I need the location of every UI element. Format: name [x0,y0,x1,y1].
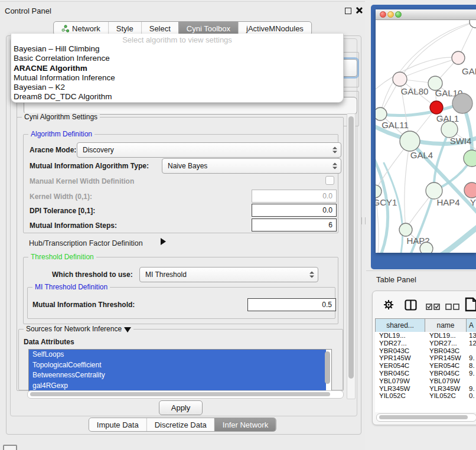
list-scroll-thumb[interactable] [325,351,330,384]
dropdown-item-aracne-algorithm[interactable]: ARACNE Algorithm [11,64,343,73]
attribute-item-betweennesscentrality[interactable]: BetweennessCentrality [29,370,326,381]
kernel-width-field[interactable]: 0.0 [252,190,337,203]
table-panel: shared...nameA YDL19...YDL19...13YDR27..… [372,291,476,425]
tab-cyni-toolbox[interactable]: Cyni Toolbox [178,22,238,35]
bottom-tabbar: Impute DataDiscretize DataInfer Network [89,418,276,432]
tab-discretize-data[interactable]: Discretize Data [146,418,214,431]
which-threshold-combo[interactable]: MI Threshold [139,267,318,282]
minimize-traffic-light-icon[interactable] [387,11,394,18]
network-node-label: Y [470,197,476,207]
tab-label: Network [72,24,100,33]
network-window-titlebar[interactable] [376,9,476,20]
table-cell: YIL052C [375,392,425,399]
table-rows: YDL19...YDL19...13YDR27...YDR27...12YBR0… [375,332,476,399]
combo-spinner-icon [332,147,337,154]
dropdown-item-mutual-information-inference[interactable]: Mutual Information Inference [11,73,343,83]
network-node[interactable] [470,20,476,28]
network-node-gal[interactable] [452,51,465,64]
network-node-label: GAL4 [410,150,433,160]
tab-label: Discretize Data [155,420,207,429]
group-title: Threshold Definition [28,253,96,261]
collapse-arrow-icon[interactable] [124,327,131,332]
column-header-name[interactable]: name [425,319,467,332]
table-horizontal-scrollbar[interactable] [376,413,476,422]
tab-impute-data[interactable]: Impute Data [89,418,146,431]
close-traffic-light-icon[interactable] [380,11,386,18]
table-cell: YER054C [375,362,425,370]
table-cell: YIL052C [425,392,467,399]
group-title: Algorithm Definition [28,130,94,138]
network-node-gal80[interactable] [393,72,407,86]
dropdown-item-basic-correlation-inference[interactable]: Basic Correlation Inference [11,54,343,63]
table-row[interactable]: YBL079WYBL079W [375,377,476,385]
table-row[interactable]: YIL052CYIL052C0. [375,392,476,399]
network-node-hap2[interactable] [399,223,412,236]
aracne-mode-combo[interactable]: Discovery [77,142,341,158]
dropdown-item-dream8-dc-tdc-algorithm[interactable]: Dream8 DC_TDC Algorithm [11,92,343,102]
table-hscroll-thumb[interactable] [379,415,468,419]
column-header-a[interactable]: A [467,319,476,332]
table-cell: YDL19... [425,332,467,340]
zoom-traffic-light-icon[interactable] [395,11,402,18]
network-node-y[interactable] [464,182,476,198]
tab-style[interactable]: Style [108,22,141,35]
table-row[interactable]: YLR345WYLR345W9. [375,385,476,393]
hide-columns-icon[interactable] [445,302,461,312]
new-table-icon[interactable] [465,297,476,314]
network-node-swi4[interactable] [441,121,458,138]
show-checked-columns-icon[interactable] [426,302,441,312]
group-title: MI Threshold Definition [32,283,110,291]
dropdown-item-bayesian-hill-climbing[interactable]: Bayesian – Hill Climbing [11,44,343,54]
table-cell: YBR045C [375,370,425,377]
table-row[interactable]: YBR043CYBR043C [375,347,476,355]
network-node-gcy1[interactable] [376,185,382,198]
settings-vertical-scrollbar[interactable] [347,113,356,399]
panel-splitter[interactable] [361,217,366,224]
expand-arrow-icon[interactable] [161,238,166,245]
network-node[interactable] [464,150,476,167]
gear-icon[interactable] [383,299,394,312]
tab-infer-network[interactable]: Infer Network [214,418,276,431]
settings-hscroll-thumb[interactable] [30,392,330,396]
settings-horizontal-scrollbar[interactable] [27,390,344,399]
network-node-gal1[interactable] [430,101,443,114]
mi-threshold-label: Mutual Information Threshold: [32,301,135,309]
network-node-gal4[interactable] [400,131,420,151]
network-node-gal11[interactable] [376,107,387,120]
attribute-item-gal4rgexp[interactable]: gal4RGexp [29,381,326,392]
data-attributes-items: SelfLoopsTopologicalCoefficientBetweenne… [29,350,331,391]
collapsed-panel-icon[interactable] [3,445,17,450]
mi-steps-field[interactable]: 6 [252,219,337,231]
network-node[interactable] [452,93,472,113]
dpi-tolerance-field[interactable]: 0.0 [252,204,337,217]
panel-top-divider [0,1,365,2]
tab-network[interactable]: Network [54,22,108,35]
settings-scroll-thumb[interactable] [348,116,354,379]
group-title: Sources for Network Inference [24,325,133,333]
tab-select[interactable]: Select [141,22,178,35]
tab-label: Infer Network [223,420,268,429]
tab-jactivemnodules[interactable]: jActiveMNodules [238,22,311,35]
combo-value: MI Threshold [145,270,187,279]
table-row[interactable]: YBR045CYBR045C9. [375,370,476,377]
table-row[interactable]: YPR145WYPR145W9. [375,354,476,362]
column-header-shared[interactable]: shared... [375,319,425,332]
attribute-item-selfloops[interactable]: SelfLoops [29,350,326,360]
split-columns-icon[interactable] [405,299,417,313]
network-canvas[interactable]: GALGAL80GAL10GAL1GAL11SWI4GAL4GCY1HAP4YH… [376,20,476,253]
network-node-hap4[interactable] [426,182,442,199]
attribute-item-topologicalcoefficient[interactable]: TopologicalCoefficient [29,360,326,371]
network-node-label: HAP4 [436,197,459,207]
table-row[interactable]: YDR27...YDR27...12 [375,340,476,347]
float-window-icon[interactable] [345,8,351,14]
table-row[interactable]: YER054CYER054C8. [375,362,476,370]
network-node[interactable] [420,242,433,253]
apply-button[interactable]: Apply [159,400,203,415]
mi-threshold-field[interactable]: 0.5 [247,298,336,311]
close-icon[interactable] [355,6,363,14]
mi-type-combo[interactable]: Naive Bayes [162,158,341,174]
table-row[interactable]: YDL19...YDL19...13 [375,332,476,340]
table-cell: YDR27... [425,340,467,347]
manual-kernel-checkbox[interactable] [325,176,334,185]
dropdown-item-bayesian-k2[interactable]: Bayesian – K2 [11,83,343,92]
